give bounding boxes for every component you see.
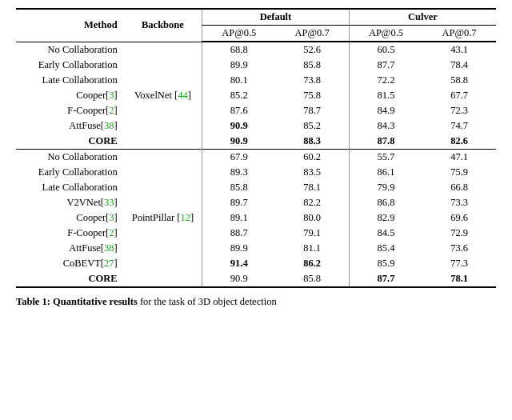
default-ap05-cell: 88.7 xyxy=(202,226,276,241)
table-row: No CollaborationVoxelNet [44]68.852.660.… xyxy=(16,42,496,58)
culver-ap07-header: AP@0.7 xyxy=(422,26,496,42)
default-ap07-cell: 52.6 xyxy=(275,42,349,58)
method-cell: AttFuse[38] xyxy=(16,118,124,134)
default-ap07-cell: 80.0 xyxy=(275,210,349,226)
method-header: Method xyxy=(16,9,124,42)
culver-ap05-cell: 72.2 xyxy=(349,73,422,88)
culver-ap07-cell: 75.9 xyxy=(422,165,496,180)
default-ap07-cell: 60.2 xyxy=(275,150,349,166)
culver-ap07-cell: 78.4 xyxy=(422,58,496,73)
default-ap07-cell: 82.2 xyxy=(275,195,349,210)
default-ap05-cell: 67.9 xyxy=(202,150,276,166)
table-row: AttFuse[38]90.985.284.374.7 xyxy=(16,118,496,134)
culver-ap05-cell: 87.8 xyxy=(349,134,422,150)
culver-ap07-cell: 67.7 xyxy=(422,88,496,103)
culver-ap05-cell: 85.4 xyxy=(349,241,422,256)
table-row: No CollaborationPointPillar [12]67.960.2… xyxy=(16,150,496,166)
backbone-header: Backbone xyxy=(124,9,202,42)
default-ap05-cell: 90.9 xyxy=(202,134,276,150)
culver-ap07-cell: 73.3 xyxy=(422,195,496,210)
method-cell: V2VNet[33] xyxy=(16,195,124,210)
culver-ap05-cell: 84.3 xyxy=(349,118,422,134)
backbone-cell: VoxelNet [44] xyxy=(124,42,202,150)
default-ap05-cell: 89.1 xyxy=(202,210,276,226)
default-ap07-cell: 85.2 xyxy=(275,118,349,134)
default-ap07-cell: 85.8 xyxy=(275,58,349,73)
default-ap05-cell: 89.3 xyxy=(202,165,276,180)
method-cell: Late Collaboration xyxy=(16,73,124,88)
culver-ap07-cell: 66.8 xyxy=(422,180,496,195)
culver-ap05-cell: 84.9 xyxy=(349,103,422,118)
table-body: No CollaborationVoxelNet [44]68.852.660.… xyxy=(16,42,496,287)
default-ap05-cell: 80.1 xyxy=(202,73,276,88)
culver-ap07-cell: 78.1 xyxy=(422,271,496,287)
default-ap07-cell: 83.5 xyxy=(275,165,349,180)
table-row: Late Collaboration80.173.872.258.8 xyxy=(16,73,496,88)
culver-ap05-cell: 87.7 xyxy=(349,58,422,73)
culver-ap07-cell: 72.3 xyxy=(422,103,496,118)
culver-ap07-cell: 58.8 xyxy=(422,73,496,88)
culver-group-header: Culver xyxy=(349,9,496,26)
culver-ap05-cell: 86.1 xyxy=(349,165,422,180)
table-caption: Table 1: Quantitative results for the ta… xyxy=(16,294,496,310)
default-ap07-cell: 75.8 xyxy=(275,88,349,103)
method-cell: F-Cooper[2] xyxy=(16,103,124,118)
table-row: Cooper[3]89.180.082.969.6 xyxy=(16,210,496,226)
backbone-cell: PointPillar [12] xyxy=(124,150,202,288)
method-cell: Late Collaboration xyxy=(16,180,124,195)
culver-ap07-cell: 74.7 xyxy=(422,118,496,134)
caption-bold-text: Quantitative results xyxy=(53,296,138,307)
culver-ap07-cell: 82.6 xyxy=(422,134,496,150)
method-cell: Early Collaboration xyxy=(16,58,124,73)
culver-ap07-cell: 73.6 xyxy=(422,241,496,256)
method-cell: F-Cooper[2] xyxy=(16,226,124,241)
default-ap07-cell: 88.3 xyxy=(275,134,349,150)
table-row: Late Collaboration85.878.179.966.8 xyxy=(16,180,496,195)
table-row: F-Cooper[2]88.779.184.572.9 xyxy=(16,226,496,241)
table-row: CoBEVT[27]91.486.285.977.3 xyxy=(16,256,496,271)
method-cell: No Collaboration xyxy=(16,42,124,58)
culver-ap05-header: AP@0.5 xyxy=(349,26,422,42)
culver-ap05-cell: 84.5 xyxy=(349,226,422,241)
culver-ap05-cell: 60.5 xyxy=(349,42,422,58)
default-ap05-cell: 90.9 xyxy=(202,271,276,287)
method-cell: CoBEVT[27] xyxy=(16,256,124,271)
culver-ap05-cell: 87.7 xyxy=(349,271,422,287)
default-ap05-header: AP@0.5 xyxy=(202,26,276,42)
table-row: F-Cooper[2]87.678.784.972.3 xyxy=(16,103,496,118)
culver-ap07-cell: 69.6 xyxy=(422,210,496,226)
table-row: Cooper[3]85.275.881.567.7 xyxy=(16,88,496,103)
default-ap05-cell: 89.9 xyxy=(202,58,276,73)
default-ap07-cell: 85.8 xyxy=(275,271,349,287)
culver-ap07-cell: 43.1 xyxy=(422,42,496,58)
culver-ap05-cell: 55.7 xyxy=(349,150,422,166)
table-row: CORE90.988.387.882.6 xyxy=(16,134,496,150)
caption-label: Table 1: xyxy=(16,296,50,307)
method-cell: Cooper[3] xyxy=(16,210,124,226)
method-cell: No Collaboration xyxy=(16,150,124,166)
table-row: CORE90.985.887.778.1 xyxy=(16,271,496,287)
default-ap07-cell: 78.7 xyxy=(275,103,349,118)
default-ap05-cell: 89.9 xyxy=(202,241,276,256)
culver-ap05-cell: 86.8 xyxy=(349,195,422,210)
method-cell: Early Collaboration xyxy=(16,165,124,180)
table-row: Early Collaboration89.383.586.175.9 xyxy=(16,165,496,180)
method-cell: CORE xyxy=(16,134,124,150)
method-cell: CORE xyxy=(16,271,124,287)
default-ap05-cell: 85.2 xyxy=(202,88,276,103)
culver-ap05-cell: 85.9 xyxy=(349,256,422,271)
culver-ap05-cell: 82.9 xyxy=(349,210,422,226)
default-ap05-cell: 87.6 xyxy=(202,103,276,118)
default-ap05-cell: 85.8 xyxy=(202,180,276,195)
default-ap07-cell: 78.1 xyxy=(275,180,349,195)
caption-rest-text: for the task of 3D object detection xyxy=(138,296,277,307)
culver-ap05-cell: 79.9 xyxy=(349,180,422,195)
table-row: AttFuse[38]89.981.185.473.6 xyxy=(16,241,496,256)
culver-ap07-cell: 72.9 xyxy=(422,226,496,241)
results-table: Method Backbone Default Culver AP@0.5 AP… xyxy=(16,8,496,288)
table-container: Method Backbone Default Culver AP@0.5 AP… xyxy=(16,8,496,288)
table-row: Early Collaboration89.985.887.778.4 xyxy=(16,58,496,73)
default-ap07-cell: 73.8 xyxy=(275,73,349,88)
culver-ap07-cell: 47.1 xyxy=(422,150,496,166)
method-cell: Cooper[3] xyxy=(16,88,124,103)
